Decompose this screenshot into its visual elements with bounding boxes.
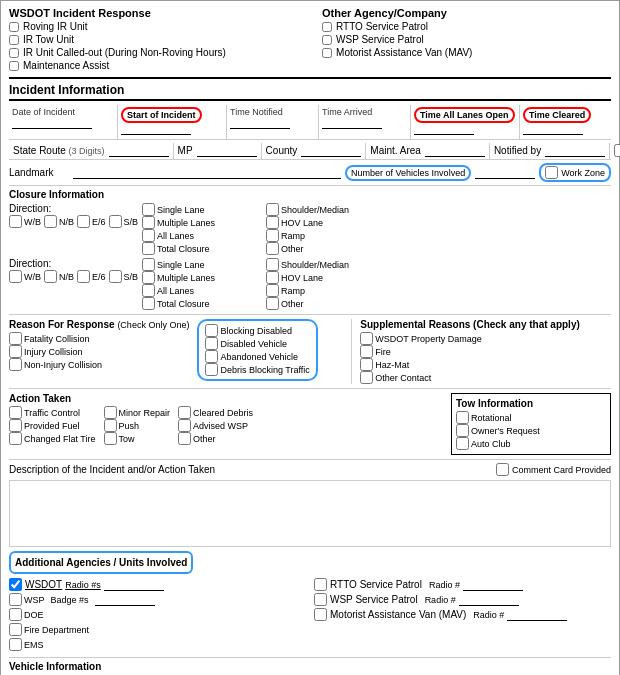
cleared-debris-cb[interactable] (178, 406, 191, 419)
sb-cb-1[interactable] (109, 215, 122, 228)
haz-mat-cb[interactable] (360, 358, 373, 371)
mp-field[interactable] (197, 145, 257, 157)
wb-cb-2[interactable] (9, 270, 22, 283)
fire-cb[interactable] (360, 345, 373, 358)
nb-cb-1[interactable] (44, 215, 57, 228)
ramp-cb-1[interactable] (266, 229, 279, 242)
rtto-radio-field[interactable] (463, 579, 523, 591)
wsdot-agency-cb[interactable] (9, 578, 22, 591)
all-lanes-cb-2[interactable] (142, 284, 155, 297)
time-cleared-field[interactable] (523, 123, 583, 135)
state-route-field[interactable] (109, 145, 169, 157)
all-lanes-cb-1[interactable] (142, 229, 155, 242)
push-cb[interactable] (104, 419, 117, 432)
fatality-collision-cb[interactable] (9, 332, 22, 345)
description-header: Description of the Incident and/or Actio… (9, 463, 611, 476)
wsdot-checkbox-1[interactable] (9, 22, 19, 32)
other-item-2[interactable]: WSP Service Patrol (322, 34, 611, 45)
debris-blocking-cb[interactable] (205, 363, 218, 376)
wb-cb-1[interactable] (9, 215, 22, 228)
sb-cb-2[interactable] (109, 270, 122, 283)
notified-by-field[interactable] (545, 145, 605, 157)
other-checkbox-1[interactable] (322, 22, 332, 32)
wsdot-checkbox-3[interactable] (9, 48, 19, 58)
other-contact-cb[interactable] (360, 371, 373, 384)
blocking-disabled-cb[interactable] (205, 324, 218, 337)
mav-radio-field[interactable] (507, 609, 567, 621)
wsdot-item-1[interactable]: Roving IR Unit (9, 21, 298, 32)
multi-lane-cb-2[interactable] (142, 271, 155, 284)
county-field[interactable] (301, 145, 361, 157)
work-zone-checkbox[interactable] (545, 166, 558, 179)
rtto-cb[interactable] (314, 578, 327, 591)
owners-request-cb[interactable] (456, 424, 469, 437)
other-cb-1[interactable] (266, 242, 279, 255)
mav-cb[interactable] (314, 608, 327, 621)
wsdot-radio-field[interactable] (104, 579, 164, 591)
maint-area-field[interactable] (425, 145, 485, 157)
start-of-incident-field[interactable] (121, 123, 191, 135)
minor-repair-cb[interactable] (104, 406, 117, 419)
action-section: Action Taken Traffic Control Provided Fu… (9, 388, 611, 455)
description-area[interactable] (9, 480, 611, 547)
tow-cb[interactable] (104, 432, 117, 445)
abandoned-vehicle-cb[interactable] (205, 350, 218, 363)
ems-cb[interactable] (9, 638, 22, 651)
hov-cb-2[interactable] (266, 271, 279, 284)
wsdot-property-damage-cb[interactable] (360, 332, 373, 345)
traffic-control-cb[interactable] (9, 406, 22, 419)
time-all-lanes-field[interactable] (414, 123, 474, 135)
auto-club-cb[interactable] (456, 437, 469, 450)
single-lane-cb-2[interactable] (142, 258, 155, 271)
changed-flat-tire-cb[interactable] (9, 432, 22, 445)
wsp-agency-cb[interactable] (9, 593, 22, 606)
other-checkbox-2[interactable] (322, 35, 332, 45)
closure-title: Closure Information (9, 189, 611, 200)
description-textarea[interactable] (14, 485, 606, 540)
nb-cb-2[interactable] (44, 270, 57, 283)
total-closure-cb-2[interactable] (142, 297, 155, 310)
rotational-cb[interactable] (456, 411, 469, 424)
time-arrived-field[interactable] (322, 117, 382, 129)
date-of-incident-field[interactable] (12, 117, 92, 129)
other-cb-2[interactable] (266, 297, 279, 310)
doe-agency-cb[interactable] (9, 608, 22, 621)
ramp-cb-2[interactable] (266, 284, 279, 297)
total-closure-cb-1[interactable] (142, 242, 155, 255)
other-item-3[interactable]: Motorist Assistance Van (MAV) (322, 47, 611, 58)
wsdot-checkbox-2[interactable] (9, 35, 19, 45)
wsdot-item-2[interactable]: IR Tow Unit (9, 34, 298, 45)
disabled-vehicle-cb[interactable] (205, 337, 218, 350)
provided-fuel-cb[interactable] (9, 419, 22, 432)
comment-card-cell: Comment Card Provided (496, 463, 611, 476)
time-notified-field[interactable] (230, 117, 290, 129)
shoulder-median-cb-1[interactable] (266, 203, 279, 216)
landmark-field[interactable] (73, 167, 341, 179)
shoulder-median-cb-2[interactable] (266, 258, 279, 271)
num-vehicles-field[interactable] (475, 167, 535, 179)
wsdot-checkbox-4[interactable] (9, 61, 19, 71)
hov-cb-1[interactable] (266, 216, 279, 229)
multi-lane-cb-1[interactable] (142, 216, 155, 229)
notified-by-cell: Notified by (490, 143, 610, 159)
wsp-patrol-cb[interactable] (314, 593, 327, 606)
wsp-badge-field[interactable] (95, 594, 155, 606)
other-action-cb[interactable] (178, 432, 191, 445)
e6-cb-1[interactable] (77, 215, 90, 228)
other-item-1[interactable]: RTTO Service Patrol (322, 21, 611, 32)
fire-dept-cb[interactable] (9, 623, 22, 636)
wsdot-item-4[interactable]: Maintenance Assist (9, 60, 298, 71)
unable-to-locate-checkbox[interactable] (614, 144, 620, 157)
comment-card-cb[interactable] (496, 463, 509, 476)
other-checkbox-3[interactable] (322, 48, 332, 58)
wsp-patrol-radio-field[interactable] (459, 594, 519, 606)
reason-inner: Reason For Response (Check Only One) Fat… (9, 319, 343, 381)
non-injury-collision-cb[interactable] (9, 358, 22, 371)
single-lane-cb-1[interactable] (142, 203, 155, 216)
wsdot-header: WSDOT Incident Response Roving IR Unit I… (9, 7, 611, 73)
wsdot-item-3[interactable]: IR Unit Called-out (During Non-Roving Ho… (9, 47, 298, 58)
e6-cb-2[interactable] (77, 270, 90, 283)
wsdot-radio-label: Radio #s (65, 580, 101, 590)
injury-collision-cb[interactable] (9, 345, 22, 358)
advised-wsp-cb[interactable] (178, 419, 191, 432)
